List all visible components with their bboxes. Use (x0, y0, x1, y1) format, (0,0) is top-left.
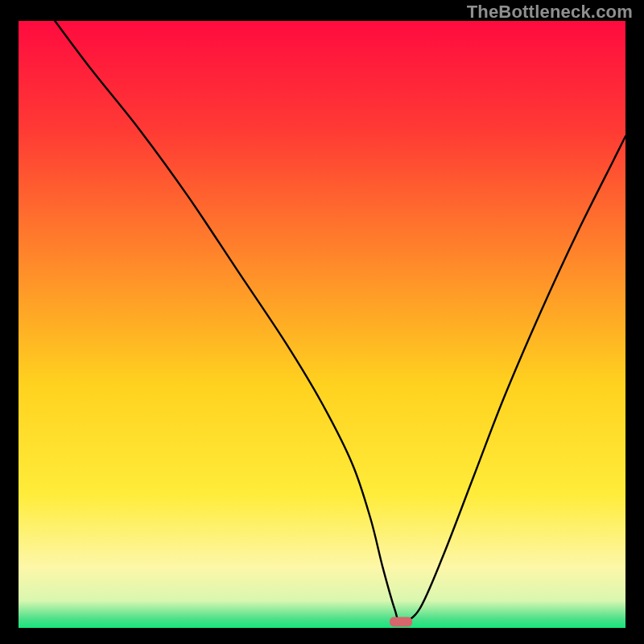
chart-svg (0, 0, 644, 644)
watermark-text: TheBottleneck.com (467, 2, 633, 23)
chart-frame: { "watermark": "TheBottleneck.com", "cha… (0, 0, 644, 644)
minimum-marker (390, 617, 412, 626)
